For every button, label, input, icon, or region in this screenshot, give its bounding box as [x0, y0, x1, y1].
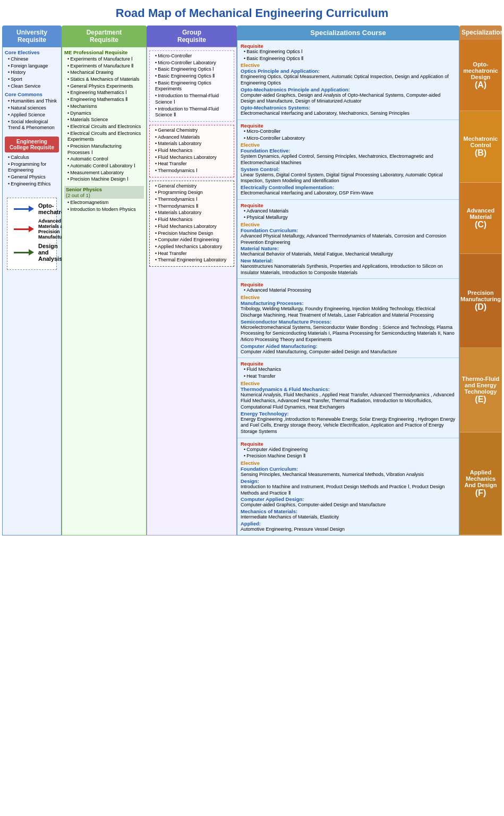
- spec-D-elec-title: Elective: [241, 294, 456, 300]
- core-commons-list: Humanities and Think Natural sciences Ap…: [5, 98, 59, 131]
- spec-B-sub3-title: Electrically Controlled Implementation:: [241, 184, 456, 190]
- spec-F-elec-title: Elective: [241, 460, 456, 466]
- spec-F-sub1-title: Foundation Curriculum:: [241, 466, 456, 472]
- spec-item-C: Advanced Material (C): [460, 183, 501, 254]
- spec-F-sub4-title: Mechanics of Materials:: [241, 508, 456, 514]
- spec-C-req-list: Advanced Materials Physical Metallurgy: [241, 208, 456, 221]
- spec-A-req-list: Basic Engineering Optics Ⅰ Basic Enginee…: [241, 49, 456, 62]
- univ-body: Core Electives Chinese Foreign language …: [2, 47, 62, 536]
- univ-header: UniversityRequisite: [2, 26, 62, 47]
- spec-E-sub2-title: Energy Technology:: [241, 411, 456, 416]
- spec-F-req-title: Requisite: [241, 441, 456, 447]
- spec-E-sub2-text: Energy Engineering ,Introduction to Rene…: [241, 416, 456, 435]
- spec-item-B: Mechatronic Control (B): [460, 111, 501, 182]
- spec-B-sub2-title: System Control:: [241, 166, 456, 172]
- page-title: Road Map of Mechanical Engineering Curri…: [0, 0, 504, 26]
- spec-D-sub1-text: Tribology, Welding Metallurgy, Foundry E…: [241, 306, 456, 318]
- spec-C-req-title: Requisite: [241, 202, 456, 208]
- dept-header: DepartmentRequisite: [62, 26, 147, 47]
- me-courses-list: Experiments of Manufacture Ⅰ Experiments…: [64, 56, 144, 183]
- spec-D-sub3-text: Computer Aided Manufacturing, Computer-a…: [241, 349, 456, 355]
- spec-B-req-title: Requisite: [241, 123, 456, 129]
- spec-E-sub1-text: Numerical Analysis, Fluid Mechanics , Ap…: [241, 392, 456, 411]
- legend-design: Design and Analysis: [14, 243, 50, 262]
- spec-F-sub3-text: Computer-aided Graphics, Computer-aided …: [241, 502, 456, 508]
- spec-C-sub1-title: Foundation Curriculum:: [241, 227, 456, 233]
- spec-F-sub3-title: Computer Applied Design:: [241, 496, 456, 502]
- spec-panel-C: Requisite Advanced Materials Physical Me…: [237, 200, 459, 279]
- core-electives-title: Core Electives: [5, 49, 59, 55]
- spec-item-E: Thermo-Fluid and Energy Technology (E): [460, 348, 501, 433]
- spec-header: Specializations: [459, 26, 502, 39]
- spec-A-req-title: Requisite: [241, 43, 456, 49]
- dept-body: ME Professional Requisite Experiments of…: [62, 47, 147, 536]
- spec-item-A: Opto- mechatronic Design (A): [460, 40, 501, 111]
- spec-C-sub3-text: Nanostructures Nanomaterials Synthesis, …: [241, 264, 456, 276]
- spec-C-sub1-text: Advanced Physical Metallurgy, Advanced T…: [241, 233, 456, 245]
- spec-A-sub3-text: Electromechanical Interfacing and Labora…: [241, 110, 456, 117]
- spec-C-sub3-title: New Material:: [241, 258, 456, 264]
- spec-F-sub5-text: Automotive Engineering, Pressure Vessel …: [241, 526, 456, 533]
- spec-F-sub2-text: Introduction to Machine and Instrument, …: [241, 484, 456, 496]
- spec-course-header: Specializations Course: [237, 26, 459, 40]
- core-electives-list: Chinese Foreign language History Sport C…: [5, 56, 59, 89]
- spec-B-elec-title: Elective: [241, 142, 456, 148]
- group-box-2-list: General Chemistry Advanced Materials Mat…: [152, 128, 232, 174]
- group-box-1: Micro-Controller Micro-Controller Labora…: [149, 50, 234, 122]
- spec-E-elec-title: Elective: [241, 380, 456, 386]
- spec-A-sub1-title: Optics Principle and Application:: [241, 68, 456, 74]
- spec-D-req-list: Advanced Material Processing: [241, 287, 456, 294]
- group-box-2: General Chemistry Advanced Materials Mat…: [149, 125, 234, 177]
- spec-item-F: Applied Mechanics And Design (F): [460, 432, 501, 535]
- spec-F-sub2-title: Design:: [241, 478, 456, 484]
- spec-F-sub4-text: Intermediate Mechanics of Materials, Ela…: [241, 514, 456, 521]
- spec-A-sub2-title: Opto-Mechatronics Principle and Applicat…: [241, 87, 456, 92]
- group-header: GroupRequisite: [147, 26, 237, 47]
- spec-A-sub1-text: Engineering Optics, Optical Measurement,…: [241, 74, 456, 86]
- spec-panel-B: Requisite Micro-Controller Micro-Control…: [237, 120, 459, 200]
- spec-A-sub3-title: Opto-Mechatronics Systems:: [241, 105, 456, 110]
- group-box-3: General chemistry Programming Design The…: [149, 181, 234, 267]
- spec-item-D: Precision Manufacturing (D): [460, 254, 501, 347]
- spec-D-sub1-title: Manufacturing Processes:: [241, 300, 456, 306]
- spec-A-sub2-text: Computer-aided Graphics, Design and Anal…: [241, 92, 456, 105]
- group-body: Micro-Controller Micro-Controller Labora…: [147, 47, 237, 536]
- spec-B-req-list: Micro-Controller Micro-Controller Labora…: [241, 129, 456, 141]
- legend-opto: Opto-mechatronics: [14, 202, 50, 215]
- spec-panel-A: Requisite Basic Engineering Optics Ⅰ Bas…: [237, 40, 459, 120]
- spec-A-elec-title: Elective: [241, 62, 456, 68]
- senior-courses-list: Electromagnetism Introduction to Modern …: [64, 200, 144, 212]
- spec-D-req-title: Requisite: [241, 282, 456, 287]
- spec-E-sub1-title: Thermodynamics & Fluid Mechanics:: [241, 386, 456, 392]
- spec-D-sub2-text: Microelectromechanical Systems, Semicond…: [241, 325, 456, 343]
- spec-panel-E: Requisite Fluid Mechanics Heat Transfer …: [237, 358, 459, 438]
- spec-B-sub2-text: Linear Systems, Digital Control System, …: [241, 172, 456, 184]
- group-box-3-list: General chemistry Programming Design The…: [152, 183, 232, 264]
- core-commons-title: Core Commons: [5, 91, 59, 97]
- senior-title: Senior Physics(2 out of 1): [64, 186, 144, 199]
- spec-F-sub1-text: Sensing Principles, Mechanical Measureme…: [241, 472, 456, 478]
- spec-E-req-title: Requisite: [241, 361, 456, 367]
- spec-course-body: Requisite Basic Engineering Optics Ⅰ Bas…: [237, 40, 459, 536]
- spec-C-elec-title: Elective: [241, 222, 456, 227]
- spec-panel-D: Requisite Advanced Material Processing E…: [237, 279, 459, 358]
- spec-E-req-list: Fluid Mechanics Heat Transfer: [241, 367, 456, 379]
- spec-C-sub2-title: Material Nature:: [241, 245, 456, 251]
- legend-adv-mat: Advanced Materials and Precision Manufac…: [14, 218, 50, 240]
- spec-B-sub1-text: System Dynamics, Applied Control, Sensin…: [241, 154, 456, 166]
- legend-box: Opto-mechatronics Advanced Materials and…: [7, 198, 57, 270]
- eng-college-title: Engineering College Requisite: [5, 137, 59, 152]
- spec-C-sub2-text: Mechanical Behavior of Materials, Metal …: [241, 251, 456, 258]
- me-title: ME Professional Requisite: [64, 49, 144, 55]
- eng-college-list: Calculus Programming for Engineering Gen…: [5, 155, 59, 187]
- spec-B-sub1-title: Foundation Elective:: [241, 148, 456, 154]
- spec-D-sub2-title: Semiconductor Manufacture Process:: [241, 319, 456, 325]
- spec-F-sub5-title: Applied:: [241, 521, 456, 526]
- spec-body: Opto- mechatronic Design (A) Mechatronic…: [459, 39, 502, 536]
- spec-F-req-list: Computer Aided Engineering Precision Mac…: [241, 447, 456, 460]
- spec-panel-F: Requisite Computer Aided Engineering Pre…: [237, 438, 459, 536]
- group-box-1-list: Micro-Controller Micro-Controller Labora…: [152, 53, 232, 118]
- spec-D-sub3-title: Computer Aided Manufacturing:: [241, 343, 456, 349]
- spec-B-sub3-text: Electromechanical Interfacing and Labora…: [241, 190, 456, 197]
